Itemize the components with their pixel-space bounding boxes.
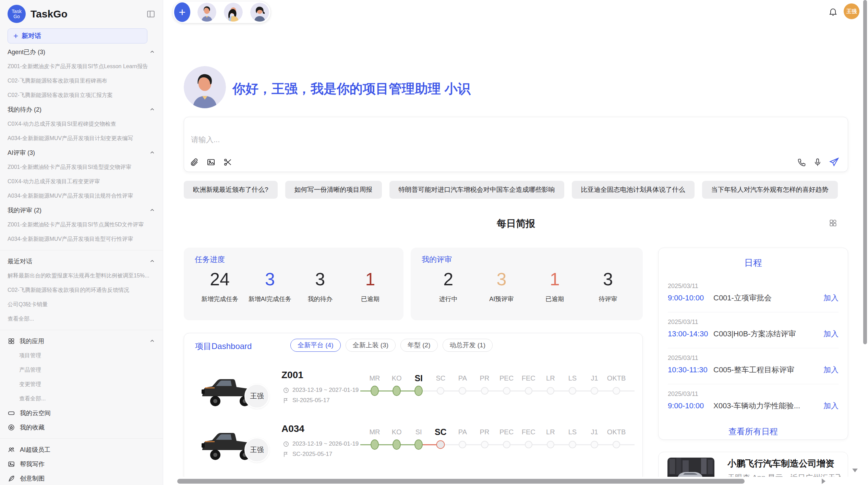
event-name: C005-整车工程目标评审 [713, 365, 820, 375]
scissors-icon[interactable] [223, 158, 232, 167]
stat-value: 1 [345, 268, 395, 290]
collapse-sidebar-icon[interactable] [146, 10, 155, 18]
conversation-avatar-man[interactable] [197, 3, 216, 22]
divider [0, 330, 163, 330]
stat-label: 进行中 [422, 295, 475, 303]
sidebar-item[interactable]: A034-全新新能源MUV产品开发项目法规符合性评审 [0, 189, 163, 203]
chevron-up-icon [149, 207, 155, 213]
suggestion-chip[interactable]: 欧洲新规最近颁布了什么? [184, 181, 278, 199]
sidebar-item[interactable]: Z001-全新燃油轻卡产品开发项目SI节点属性5D文件评审 [0, 217, 163, 232]
milestone-node-pending [503, 441, 510, 448]
user-avatar[interactable]: 王强 [844, 3, 859, 19]
suggestion-chip[interactable]: 特朗普可能对进口汽车增税会对中国车企造成哪些影响 [389, 181, 564, 199]
milestone-label: FEC [522, 374, 535, 382]
recent-conversation-item[interactable]: 公司Q3轻卡销量 [0, 297, 163, 312]
conversation-avatar-woman[interactable] [224, 3, 243, 22]
section-header-left: 最近对话 [8, 257, 32, 265]
schedule-event: 2025/03/1113:00-14:30C003|H0B-方案冻结评审加入 [668, 312, 839, 348]
sidebar-item[interactable]: C02-飞腾新能源轻客改款项目里程碑画布 [0, 74, 163, 88]
scroll-down-arrow[interactable] [852, 469, 858, 472]
microphone-icon[interactable] [813, 158, 822, 167]
milestone-label: LR [546, 374, 555, 382]
app-shortcut-item[interactable]: 查看全部... [0, 391, 163, 406]
dashboard-tab[interactable]: 年型 (2) [400, 339, 438, 352]
sidebar-item[interactable]: A034-全新新能源MUV产品开发项目造型可行性评审 [0, 232, 163, 246]
sidebar-link-cloud[interactable]: 我的云空间 [0, 406, 163, 420]
join-event-link[interactable]: 加入 [823, 293, 839, 303]
milestone-label: KO [392, 374, 402, 382]
attachment-icon[interactable] [190, 158, 199, 167]
sidebar-item[interactable]: C0X4-动力总成开发项目SI里程碑提交物检查 [0, 117, 163, 131]
recent-conversation-item[interactable]: 解释最新出台的欧盟报废车法规再生塑料比例被调至15%... [0, 269, 163, 283]
stat-grid: 24新增完成任务3新增AI完成任务3我的待办1已逾期 [195, 268, 395, 303]
sidebar-section-header[interactable]: Agent已办 (3) [0, 45, 163, 59]
send-icon[interactable] [829, 157, 840, 168]
flag-text: SC-2025-05-17 [292, 451, 332, 458]
recent-conversation-item[interactable]: 查看全部... [0, 312, 163, 326]
sidebar-section-header[interactable]: AI评审 (3) [0, 146, 163, 160]
milestone-label: PA [458, 374, 467, 382]
sidebar-tool-item[interactable]: AI超级员工 [0, 443, 163, 457]
suggestion-chip[interactable]: 当下年轻人对汽车外观有怎样的喜好趋势 [702, 181, 838, 199]
milestone-node-done [393, 439, 401, 450]
app-shortcut-item[interactable]: 项目管理 [0, 348, 163, 363]
join-event-link[interactable]: 加入 [823, 329, 839, 339]
join-event-link[interactable]: 加入 [823, 401, 839, 411]
app-shortcut-item[interactable]: 产品管理 [0, 363, 163, 377]
vertical-scrollbar-thumb[interactable] [863, 0, 867, 344]
event-date: 2025/03/11 [668, 319, 698, 326]
layout-grid-icon[interactable] [829, 219, 837, 229]
milestone-label: LS [568, 428, 577, 436]
app-shortcut-item[interactable]: 变更管理 [0, 377, 163, 391]
insert-image-icon[interactable] [206, 158, 216, 167]
sidebar-tool-item[interactable]: 创意制图 [0, 471, 163, 485]
sidebar-section-header[interactable]: 我的应用 [0, 334, 163, 348]
scroll-right-arrow[interactable] [822, 478, 825, 484]
my-review-card: 我的评审2进行中3AI预评审1已逾期3待评审 [411, 248, 643, 320]
horizontal-scrollbar-thumb[interactable] [177, 479, 745, 484]
section-header-left: AI评审 (3) [8, 149, 35, 157]
sidebar-item[interactable]: C0X4-动力总成开发项目工程变更评审 [0, 174, 163, 189]
sidebar-section-header[interactable]: 最近对话 [0, 254, 163, 269]
section-header-left: 我的评审 (2) [8, 206, 41, 214]
sidebar-item[interactable]: Z001-全新燃油皮卡产品开发项目SI节点Lesson Learn报告 [0, 59, 163, 74]
sidebar-section-header[interactable]: 我的评审 (2) [0, 203, 163, 217]
event-row: 10:30-11:30C005-整车工程目标评审加入 [668, 365, 839, 375]
milestone-node-pending [481, 387, 489, 395]
dashboard-tab[interactable]: 动总开发 (1) [443, 339, 493, 352]
clock-icon [283, 387, 289, 394]
phone-call-icon[interactable] [797, 158, 807, 167]
milestone-node-pending [481, 441, 489, 448]
event-time: 10:30-11:30 [668, 365, 713, 374]
tool-label: 创意制图 [20, 474, 45, 483]
sidebar-link-star-badge[interactable]: 我的收藏 [0, 420, 163, 435]
new-chat-button[interactable]: + 新对话 [8, 28, 147, 43]
milestone-label: MR [369, 428, 380, 436]
notifications-bell-icon[interactable] [828, 7, 838, 18]
flag-icon [283, 451, 289, 458]
sidebar-item[interactable]: A034-全新新能源MUV产品开发项目计划变更表编写 [0, 131, 163, 146]
dashboard-tab[interactable]: 全新平台 (4) [290, 339, 341, 352]
milestone-label: LR [546, 428, 555, 436]
dashboard-tab[interactable]: 全新上装 (3) [346, 339, 396, 352]
milestone-label: SI [415, 428, 422, 436]
join-event-link[interactable]: 加入 [823, 365, 839, 375]
suggestion-chip[interactable]: 如何写一份清晰的项目周报 [285, 181, 382, 199]
conversation-avatar-woman2[interactable] [250, 3, 269, 22]
sidebar-item[interactable]: C02-飞腾新能源轻客改款项目立项汇报方案 [0, 88, 163, 102]
milestone-timeline: MRKOSISCPAPRPECFECLRLSJ1OKTB [360, 368, 635, 405]
milestone-node-pending [525, 441, 532, 448]
chat-input[interactable] [190, 135, 603, 145]
sidebar-section-header[interactable]: 我的待办 (2) [0, 102, 163, 117]
daily-briefing-title: 每日简报 [184, 217, 848, 230]
sidebar-item[interactable]: Z001-全新燃油轻卡产品开发项目SI造型提交物评审 [0, 160, 163, 174]
view-all-schedule-link[interactable]: 查看所有日程 [659, 426, 848, 437]
suggestion-chip[interactable]: 比亚迪全固态电池计划具体说了什么 [572, 181, 695, 199]
milestone-node-pending [591, 441, 598, 448]
tool-label: 帮我写作 [20, 460, 45, 468]
stat-cell: 1已逾期 [345, 268, 395, 303]
sidebar-tool-item[interactable]: 帮我写作 [0, 457, 163, 471]
recent-conversation-item[interactable]: C02-飞腾新能源轻客改款项目的闭环通告反馈情况 [0, 283, 163, 297]
link-label: 我的云空间 [20, 409, 51, 417]
add-conversation-button[interactable]: + [174, 2, 190, 22]
